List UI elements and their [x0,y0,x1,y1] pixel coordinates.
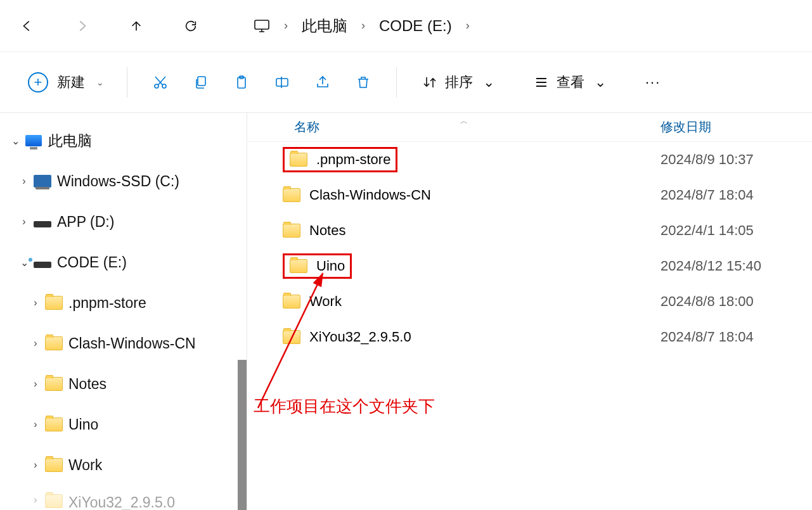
file-row[interactable]: .pnpm-store2024/8/9 10:37 [247,142,812,177]
chevron-right-icon[interactable] [28,419,43,430]
chevron-right-icon[interactable] [28,459,43,471]
more-button[interactable]: ··· [638,68,668,97]
annotation-arrow [255,269,332,411]
file-row[interactable]: Clash-Windows-CN2024/8/7 18:04 [247,177,812,213]
view-button[interactable]: 查看 [526,68,614,97]
cut-button[interactable] [145,68,176,97]
tree-item-folder[interactable]: Clash-Windows-CN [0,323,247,364]
breadcrumb-root[interactable]: 此电脑 [302,16,347,36]
copy-button[interactable] [186,68,216,97]
file-row[interactable]: Uino2024/8/12 15:40 [247,248,812,284]
tree-label: 此电脑 [48,131,92,151]
sort-indicator-icon: ︿ [460,116,468,127]
chevron-right-icon[interactable] [16,216,32,227]
divider [396,67,397,98]
new-button[interactable]: + 新建 [23,68,109,97]
file-name: Notes [309,222,345,239]
sort-button[interactable]: 排序 [415,68,502,97]
file-date: 2024/8/9 10:37 [653,151,812,168]
chevron-right-icon[interactable] [16,175,32,187]
plus-icon: + [28,72,48,92]
svg-rect-0 [255,20,269,29]
new-button-label: 新建 [57,73,85,92]
tree-label: Clash-Windows-CN [68,335,196,352]
divider [127,67,127,98]
main-area: 此电脑 Windows-SSD (C:) APP (D:) CODE (E:) … [0,113,812,510]
chevron-right-icon: › [466,19,470,32]
file-row[interactable]: XiYou32_2.9.5.02024/8/7 18:04 [247,319,812,355]
navigation-tree: 此电脑 Windows-SSD (C:) APP (D:) CODE (E:) … [0,113,247,510]
tree-item-folder[interactable]: Work [0,445,247,485]
folder-icon [43,418,65,431]
scrollbar[interactable] [238,360,247,510]
tree-label: Notes [68,376,106,393]
folder-icon [283,224,300,238]
file-date: 2024/8/7 18:04 [653,329,812,345]
tree-item-folder[interactable]: Uino [0,404,247,445]
address-bar: › 此电脑 › CODE (E:) › [0,0,812,52]
highlight-box: .pnpm-store [283,147,397,172]
tree-item-drive-c[interactable]: Windows-SSD (C:) [0,161,247,201]
svg-line-7 [258,274,323,408]
tree-label: Work [68,457,102,474]
rename-button[interactable] [267,68,297,97]
pc-icon [254,18,270,34]
tree-label: APP (D:) [57,214,114,231]
delete-button[interactable] [348,68,378,97]
chevron-down-icon [96,77,104,87]
folder-icon [43,336,65,350]
file-list: 名称 ︿ 修改日期 .pnpm-store2024/8/9 10:37Clash… [247,113,812,510]
sort-label: 排序 [445,73,473,92]
folder-icon [283,188,300,202]
refresh-button[interactable] [176,11,205,41]
chevron-down-icon [595,74,606,91]
file-name: .pnpm-store [316,151,390,168]
forward-button[interactable] [67,11,96,41]
drive-icon [32,257,53,268]
chevron-right-icon[interactable] [28,297,43,309]
folder-icon [43,377,65,391]
file-date: 2024/8/8 18:00 [653,293,812,310]
tree-label: Windows-SSD (C:) [57,173,179,190]
chevron-right-icon[interactable] [28,378,43,390]
tree-label: Uino [68,416,98,433]
file-row[interactable]: Work2024/8/8 18:00 [247,284,812,319]
svg-point-1 [155,84,158,88]
chevron-right-icon[interactable] [28,338,43,349]
chevron-right-icon: › [284,19,288,32]
file-row[interactable]: Notes2022/4/1 14:05 [247,213,812,248]
tree-item-folder[interactable]: XiYou32_2.9.5.0 [0,485,247,510]
folder-icon [43,296,65,310]
breadcrumb[interactable]: › 此电脑 › CODE (E:) › [254,16,470,36]
tree-item-this-pc[interactable]: 此电脑 [0,120,247,161]
svg-point-2 [162,84,166,88]
share-button[interactable] [307,68,338,97]
folder-icon [43,494,65,508]
up-button[interactable] [122,11,151,41]
column-date[interactable]: 修改日期 [653,118,812,136]
column-headers: 名称 ︿ 修改日期 [247,113,812,142]
back-button[interactable] [13,11,42,41]
paste-button[interactable] [226,68,257,97]
tree-item-folder[interactable]: .pnpm-store [0,283,247,323]
chevron-down-icon[interactable] [8,135,23,147]
folder-icon [43,458,65,472]
chevron-right-icon[interactable] [28,494,43,506]
file-date: 2024/8/7 18:04 [653,187,812,203]
toolbar: + 新建 排序 查看 ··· [0,52,812,113]
file-date: 2024/8/12 15:40 [653,258,812,274]
drive-icon [32,175,53,188]
tree-label: .pnpm-store [68,295,146,312]
svg-rect-6 [276,79,288,86]
column-name[interactable]: 名称 ︿ [247,118,653,136]
view-label: 查看 [557,73,584,92]
chevron-right-icon: › [361,19,365,32]
tree-item-drive-d[interactable]: APP (D:) [0,201,247,242]
drive-icon [32,216,53,227]
annotation-text: 工作项目在这个文件夹下 [254,395,435,418]
tree-item-folder[interactable]: Notes [0,364,247,404]
file-date: 2022/4/1 14:05 [653,222,812,239]
tree-item-drive-e[interactable]: CODE (E:) [0,242,247,283]
tree-label: XiYou32_2.9.5.0 [68,494,175,510]
breadcrumb-current[interactable]: CODE (E:) [379,17,452,35]
